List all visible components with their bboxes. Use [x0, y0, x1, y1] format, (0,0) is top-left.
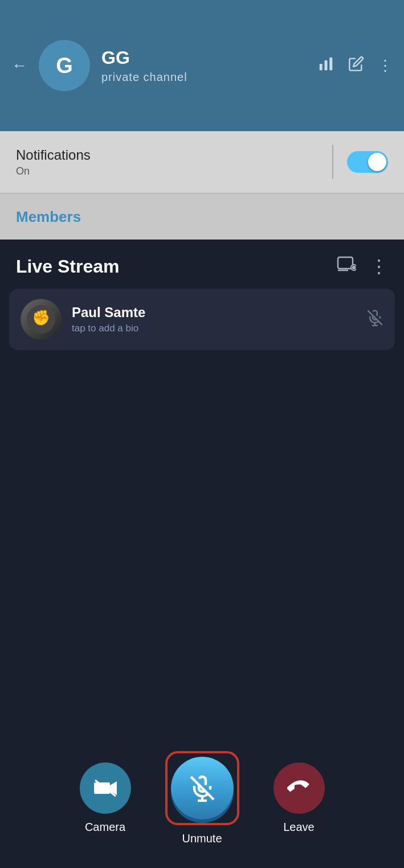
toggle-track: [347, 151, 388, 173]
leave-button[interactable]: Leave: [274, 762, 325, 834]
participant-avatar: ✊: [21, 299, 62, 340]
notifications-status: On: [16, 165, 319, 177]
leave-label: Leave: [283, 821, 315, 834]
participant-mute-icon: [366, 309, 383, 330]
participant-info: Paul Samte tap to add a bio: [72, 305, 366, 334]
notifications-toggle[interactable]: [347, 151, 388, 173]
camera-label: Camera: [85, 821, 125, 834]
screen-share-icon[interactable]: [337, 256, 356, 277]
notifications-text: Notifications On: [16, 147, 319, 177]
header-icons: ⋮: [317, 55, 393, 76]
svg-text:✊: ✊: [32, 309, 51, 327]
unmute-label: Unmute: [182, 832, 222, 845]
more-icon[interactable]: ⋮: [378, 57, 393, 75]
live-stream-header: Live Stream ⋮: [0, 240, 404, 289]
unmute-button[interactable]: Unmute: [165, 751, 239, 845]
unmute-highlight: [165, 751, 239, 825]
poll-icon[interactable]: [317, 55, 334, 76]
unmute-circle: [171, 757, 234, 820]
svg-rect-2: [329, 57, 332, 70]
channel-title: GG: [101, 47, 317, 68]
members-label: Members: [16, 208, 81, 226]
notifications-bar: Notifications On: [0, 131, 404, 194]
live-stream-title: Live Stream: [16, 256, 337, 277]
channel-info: GG private channel: [101, 47, 317, 84]
top-header: ← G GG private channel ⋮: [0, 0, 404, 131]
camera-button[interactable]: Camera: [80, 762, 131, 834]
back-button[interactable]: ←: [11, 56, 27, 75]
live-stream-panel: Live Stream ⋮ ✊ Paul Samte tap to add a: [0, 240, 404, 868]
svg-point-5: [353, 266, 355, 269]
notifications-label: Notifications: [16, 147, 319, 163]
live-stream-more-icon[interactable]: ⋮: [370, 255, 388, 277]
members-section: Members: [0, 194, 404, 240]
camera-circle: [80, 762, 131, 814]
bottom-controls: Camera Unmute: [0, 751, 404, 845]
divider: [332, 145, 333, 179]
svg-rect-1: [325, 60, 328, 70]
participant-card[interactable]: ✊ Paul Samte tap to add a bio: [9, 289, 395, 350]
participant-name: Paul Samte: [72, 305, 366, 321]
toggle-thumb: [368, 153, 386, 171]
svg-rect-0: [320, 64, 323, 70]
leave-circle: [274, 762, 325, 814]
channel-avatar: G: [39, 40, 90, 91]
edit-icon[interactable]: [348, 56, 364, 76]
participant-bio: tap to add a bio: [72, 323, 366, 334]
channel-subtitle: private channel: [101, 71, 317, 84]
